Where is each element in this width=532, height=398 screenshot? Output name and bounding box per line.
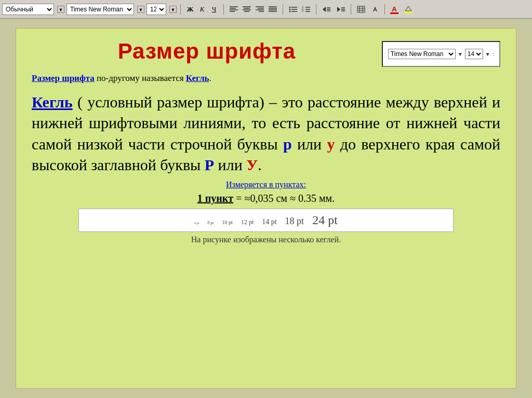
size-sample-18pt: 18 pt <box>285 216 304 227</box>
size-dropdown-arrow[interactable]: ▼ <box>169 6 177 13</box>
increase-indent-button[interactable] <box>335 4 347 15</box>
svg-text:3.: 3. <box>302 9 304 12</box>
toolbar-divider-6 <box>384 4 385 15</box>
subtitle-line: Размер шрифта по-другому называется Кегл… <box>32 72 500 85</box>
size-sample-24pt: 24 pt <box>312 213 338 227</box>
font-color-button[interactable]: A <box>389 4 400 15</box>
point-def-text: = ≈0,035 см ≈ 0.35 мм. <box>233 193 335 204</box>
svg-rect-42 <box>404 11 413 13</box>
size-samples-box: 6 pt 8 pt 10 pt 12 pt 14 pt 18 pt 24 pt <box>78 209 454 232</box>
font-select[interactable]: Times New Roman <box>66 4 134 15</box>
highlight-button[interactable]: A <box>369 4 381 15</box>
font-sample-dropdown-arrow[interactable]: ▼ <box>458 51 463 57</box>
size-sample-12pt: 12 pt <box>241 218 254 226</box>
slide-area: Размер шрифта Times New Roman ▼ 14 ▼ : Р… <box>0 19 532 398</box>
svg-rect-36 <box>357 6 365 12</box>
slide-title: Размер шрифта <box>32 39 382 64</box>
letter-p: р <box>283 135 292 153</box>
list-unordered-button[interactable] <box>287 4 299 15</box>
svg-point-20 <box>289 10 291 12</box>
align-right-button[interactable] <box>254 4 266 15</box>
main-text-or: или <box>214 156 246 173</box>
point-definition: 1 пункт = ≈0,035 см ≈ 0.35 мм. <box>32 193 500 204</box>
svg-point-16 <box>289 6 291 8</box>
main-paragraph: Кегль ( условный размер шрифта) – это ра… <box>32 92 500 176</box>
table-button[interactable] <box>355 4 367 15</box>
align-left-button[interactable] <box>228 4 240 15</box>
font-sample-select[interactable]: Times New Roman <box>388 49 456 59</box>
toolbar-divider-2 <box>223 4 224 15</box>
toolbar-divider-3 <box>283 4 283 15</box>
size-sample-14pt: 14 pt <box>262 218 276 226</box>
letter-P-upper: Р <box>205 156 214 173</box>
font-sample-extra: : <box>493 50 494 58</box>
subtitle-term-link[interactable]: Размер шрифта <box>32 73 95 83</box>
align-center-button[interactable] <box>241 4 253 15</box>
font-sample-box: Times New Roman ▼ 14 ▼ : <box>382 41 500 67</box>
subtitle-kegl-link[interactable]: Кегль <box>186 73 209 83</box>
toolbar-divider-1 <box>180 4 181 15</box>
letter-y-lower: у <box>327 135 335 153</box>
toolbar-divider-5 <box>351 4 351 15</box>
main-text-end: . <box>258 156 262 173</box>
letter-Y-upper: У <box>246 156 258 173</box>
caption: На рисунке изображены несколько кеглей. <box>32 235 500 244</box>
font-sample-size-select[interactable]: 14 <box>465 49 483 59</box>
list-buttons: 1.2.3. <box>287 4 312 15</box>
title-row: Размер шрифта Times New Roman ▼ 14 ▼ : <box>32 39 500 67</box>
bg-color-button[interactable] <box>402 4 415 15</box>
list-ordered-button[interactable]: 1.2.3. <box>300 4 312 15</box>
font-size-dropdown-arrow[interactable]: ▼ <box>485 51 490 57</box>
kegl-term-link[interactable]: Кегль <box>32 93 73 111</box>
decrease-indent-button[interactable] <box>320 4 332 15</box>
italic-button[interactable]: К <box>196 4 208 15</box>
style-select[interactable]: Обычный <box>2 4 54 15</box>
font-dropdown-arrow[interactable]: ▼ <box>137 6 144 13</box>
align-buttons <box>228 4 279 15</box>
bold-button[interactable]: Ж <box>184 4 196 15</box>
size-sample-6pt: 6 pt <box>194 222 199 225</box>
svg-point-18 <box>289 8 291 10</box>
align-justify-button[interactable] <box>267 4 279 15</box>
svg-marker-41 <box>405 6 411 11</box>
slide-content: Размер шрифта Times New Roman ▼ 14 ▼ : Р… <box>16 28 516 389</box>
svg-marker-32 <box>337 7 340 12</box>
size-sample-8pt: 8 pt <box>207 221 214 225</box>
underline-button[interactable]: Ч <box>208 4 220 15</box>
measured-line[interactable]: Измеряется в пунктах: <box>32 180 500 189</box>
size-select[interactable]: 12 <box>147 4 166 15</box>
svg-marker-28 <box>323 7 326 12</box>
size-sample-10pt: 10 pt <box>222 219 233 225</box>
format-buttons: Ж К Ч <box>184 4 220 15</box>
point-link[interactable]: 1 пункт <box>197 193 233 204</box>
toolbar: Обычный ▼ Times New Roman ▼ 12 ▼ Ж К Ч <box>0 0 532 19</box>
subtitle-end: . <box>209 73 211 83</box>
main-text-mid: или <box>292 135 327 153</box>
subtitle-mid-text: по-другому называется <box>95 73 186 83</box>
style-dropdown-arrow[interactable]: ▼ <box>57 6 64 13</box>
toolbar-divider-4 <box>316 4 316 15</box>
